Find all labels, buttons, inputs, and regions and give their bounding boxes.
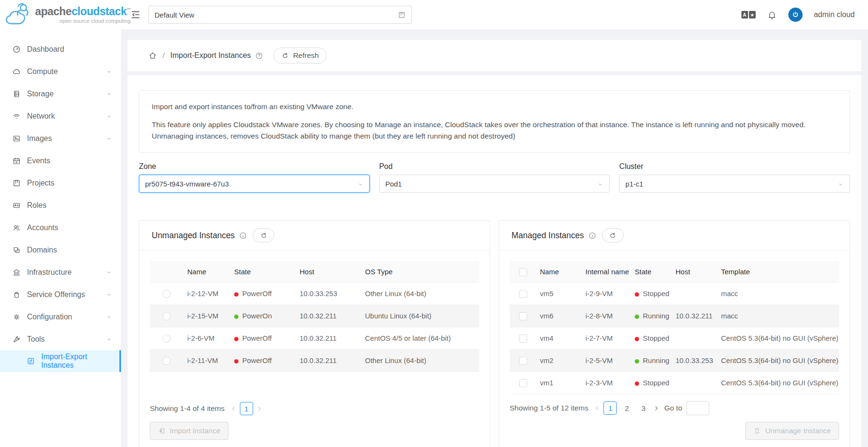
- pod-select[interactable]: Pod1: [379, 175, 610, 193]
- state-dot: [635, 315, 639, 319]
- sidebar-item-label: Service Offerings: [27, 290, 85, 299]
- network-icon: [12, 112, 21, 121]
- sidebar-item-dashboard[interactable]: Dashboard: [0, 38, 121, 60]
- sidebar-item-projects[interactable]: Projects: [0, 172, 121, 194]
- sidebar-collapse-icon[interactable]: [130, 9, 141, 20]
- cell-template: macc: [717, 282, 839, 305]
- row-radio[interactable]: [163, 335, 171, 343]
- chevron-down-icon: [597, 181, 603, 187]
- events-icon: [12, 157, 21, 165]
- sidebar-item-images[interactable]: Images: [0, 127, 121, 149]
- state-label: PowerOff: [242, 289, 272, 298]
- row-radio[interactable]: [163, 357, 171, 365]
- cell-template: CentOS 5.3(64-bit) no GUI (vSphere): [717, 372, 839, 394]
- cell-state: PowerOff: [230, 327, 296, 349]
- notifications-bell-icon[interactable]: [767, 10, 777, 20]
- pagination-page-1[interactable]: 1: [603, 401, 617, 415]
- row-checkbox[interactable]: [519, 312, 527, 320]
- sidebar-item-label: Import-Export Instances: [41, 353, 112, 370]
- user-avatar[interactable]: [788, 8, 803, 22]
- sidebar-item-configuration[interactable]: Configuration: [0, 306, 121, 328]
- row-checkbox[interactable]: [519, 335, 527, 343]
- sidebar-item-label: Dashboard: [27, 45, 64, 54]
- unmanage-instance-button[interactable]: Unmanage Instance: [745, 422, 839, 440]
- managed-refresh-button[interactable]: [602, 228, 624, 242]
- intro-box: Import and export instances to/from an e…: [139, 90, 850, 153]
- managed-instances-table: NameInternal nameStateHostTemplate vm5i-…: [510, 261, 839, 394]
- sidebar: DashboardComputeStorageNetworkImagesEven…: [0, 29, 121, 447]
- cluster-select[interactable]: p1-c1: [619, 175, 850, 193]
- pagination-next-icon[interactable]: [256, 406, 263, 412]
- zone-select[interactable]: pr5075-t943-vmware-67u3: [139, 175, 370, 193]
- unmanaged-pagination: Showing 1-4 of 4 items 1: [139, 402, 490, 415]
- sidebar-item-infrastructure[interactable]: Infrastructure: [0, 261, 121, 283]
- pagination-page-1[interactable]: 1: [240, 402, 253, 415]
- goto-label: Go to: [664, 404, 682, 412]
- sidebar-item-tools[interactable]: Tools: [0, 328, 121, 350]
- selector-header-cell: [150, 261, 183, 282]
- pagination-prev-icon[interactable]: [230, 406, 237, 412]
- view-selector[interactable]: Default View: [148, 6, 412, 24]
- cell-template: macc: [717, 305, 839, 327]
- chevron-down-icon: [106, 69, 112, 74]
- select-all-header-cell: [510, 261, 536, 282]
- info-icon[interactable]: [239, 232, 247, 240]
- pagination-prev-icon[interactable]: [594, 405, 600, 411]
- sidebar-item-storage[interactable]: Storage: [0, 83, 121, 105]
- chevron-down-icon: [106, 113, 112, 119]
- cell-internal-name: i-2-8-VM: [582, 305, 631, 327]
- pagination-next-icon[interactable]: [653, 405, 659, 411]
- configuration-icon: [12, 313, 21, 321]
- pagination-page-2[interactable]: 2: [620, 401, 633, 415]
- row-checkbox[interactable]: [519, 357, 527, 365]
- sidebar-item-label: Projects: [27, 179, 55, 187]
- breadcrumb-separator: /: [163, 51, 164, 60]
- table-row: i-2-12-VMPowerOff10.0.33.253Other Linux …: [150, 282, 479, 305]
- state-dot: [635, 359, 639, 363]
- page-goto-input[interactable]: [686, 401, 709, 415]
- sidebar-item-service-offerings[interactable]: Service Offerings: [0, 283, 121, 306]
- sidebar-item-events[interactable]: Events: [0, 149, 121, 172]
- refresh-button[interactable]: Refresh: [274, 47, 327, 64]
- page-title: Import-Export Instances: [170, 51, 251, 60]
- sidebar-item-compute[interactable]: Compute: [0, 60, 121, 83]
- import-instance-button[interactable]: Import Instance: [150, 422, 228, 440]
- table-row: i-2-15-VMPowerOn10.0.32.211Ubuntu Linux …: [150, 305, 479, 327]
- cloudstack-app: apachecloudstack™ open source cloud comp…: [0, 0, 868, 447]
- unmanaged-instances-table: NameStateHostOS Type i-2-12-VMPowerOff10…: [150, 261, 479, 372]
- column-header-state: State: [631, 261, 672, 282]
- selector-cell: [510, 372, 536, 394]
- cell-os-type: Other Linux (64-bit): [361, 282, 479, 305]
- translate-icon[interactable]: A★: [741, 11, 756, 19]
- sidebar-item-label: Network: [27, 112, 55, 121]
- cell-name: vm2: [536, 349, 582, 372]
- row-radio[interactable]: [163, 290, 171, 298]
- managed-instances-panel: Managed Instances: [499, 220, 850, 447]
- sidebar-item-import-export-instances[interactable]: Import-Export Instances: [0, 350, 121, 372]
- select-all-checkbox[interactable]: [519, 268, 527, 276]
- sidebar-item-domains[interactable]: Domains: [0, 239, 121, 261]
- sidebar-item-accounts[interactable]: Accounts: [0, 216, 121, 239]
- project-icon: [398, 11, 406, 19]
- cell-os-type: Other Linux (64-bit): [361, 349, 479, 372]
- state-label: Stopped: [643, 289, 669, 298]
- logo[interactable]: apachecloudstack™ open source cloud comp…: [0, 0, 121, 29]
- zone-select-value: pr5075-t943-vmware-67u3: [145, 180, 229, 188]
- import-icon: [158, 427, 165, 435]
- selector-cell: [150, 282, 183, 305]
- unmanaged-refresh-button[interactable]: [253, 228, 274, 242]
- sidebar-item-roles[interactable]: Roles: [0, 194, 121, 216]
- chevron-down-icon: [106, 91, 112, 97]
- row-checkbox[interactable]: [519, 290, 527, 298]
- sidebar-item-network[interactable]: Network: [0, 105, 121, 127]
- home-icon[interactable]: [148, 51, 157, 60]
- info-icon[interactable]: [588, 232, 596, 240]
- row-radio[interactable]: [163, 312, 171, 320]
- cell-state: Running: [631, 305, 672, 327]
- help-question-icon[interactable]: [255, 52, 263, 60]
- row-checkbox[interactable]: [519, 379, 527, 387]
- user-name[interactable]: admin cloud: [814, 10, 855, 19]
- state-dot: [234, 315, 238, 319]
- pagination-page-3[interactable]: 3: [637, 401, 650, 415]
- column-header-template: Template: [717, 261, 839, 282]
